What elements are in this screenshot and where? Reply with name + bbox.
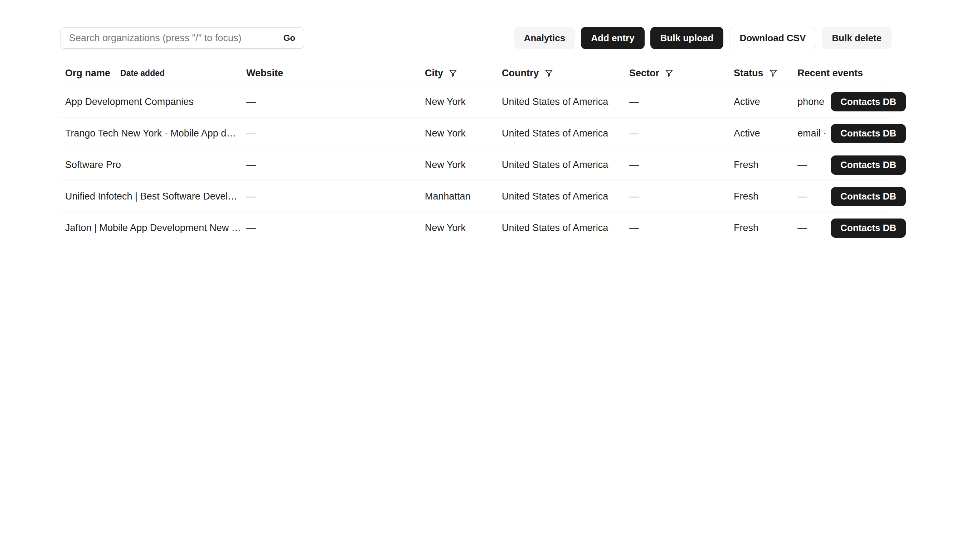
toolbar-actions: Analytics Add entry Bulk upload Download… <box>514 27 892 49</box>
city-filter-icon[interactable] <box>448 69 458 78</box>
table-row: App Development Companies — New York Uni… <box>60 86 892 118</box>
contacts-db-button[interactable]: Contacts DB <box>831 124 906 143</box>
city-header-label: City <box>425 68 443 79</box>
search-go-button[interactable]: Go <box>279 33 304 43</box>
topbar: Go Analytics Add entry Bulk upload Downl… <box>60 27 892 49</box>
organizations-page: Go Analytics Add entry Bulk upload Downl… <box>0 0 892 244</box>
table-header-row: Org name Date added Website City Country… <box>60 61 892 86</box>
recent-events-cell: phone <box>792 96 826 107</box>
analytics-button[interactable]: Analytics <box>514 27 576 49</box>
org-name-header-label: Org name <box>65 68 110 79</box>
search-box: Go <box>60 27 304 49</box>
download-csv-button[interactable]: Download CSV <box>729 27 816 49</box>
contacts-db-button[interactable]: Contacts DB <box>831 155 906 175</box>
recent-events-header-label: Recent events <box>797 68 863 79</box>
recent-events-cell: — <box>792 191 826 202</box>
column-header-recent-events: Recent events <box>792 68 892 79</box>
org-name-cell: App Development Companies <box>60 96 241 107</box>
city-cell: New York <box>420 128 497 139</box>
action-cell: Contacts DB <box>826 155 911 175</box>
sector-cell: — <box>624 96 729 107</box>
website-cell: — <box>241 128 420 139</box>
city-cell: New York <box>420 96 497 107</box>
table-row: Trango Tech New York - Mobile App dev… —… <box>60 118 892 149</box>
city-cell: New York <box>420 222 497 233</box>
status-cell: Active <box>729 96 792 107</box>
org-name-cell: Software Pro <box>60 160 241 171</box>
action-cell: Contacts DB <box>826 187 911 206</box>
add-entry-button[interactable]: Add entry <box>581 27 644 49</box>
contacts-db-button[interactable]: Contacts DB <box>831 219 906 238</box>
sector-cell: — <box>624 222 729 233</box>
date-added-sort-control[interactable]: Date added <box>120 69 165 78</box>
sector-cell: — <box>624 191 729 202</box>
org-name-cell: Unified Infotech | Best Software Develop… <box>60 191 241 202</box>
status-header-label: Status <box>734 68 764 79</box>
sector-filter-icon[interactable] <box>664 69 674 78</box>
column-header-sector: Sector <box>624 68 729 79</box>
org-name-cell: Jafton | Mobile App Development New Y… <box>60 222 241 233</box>
country-cell: United States of America <box>497 128 624 139</box>
action-cell: Contacts DB <box>826 92 911 112</box>
table-row: Software Pro — New York United States of… <box>60 149 892 180</box>
contacts-db-button[interactable]: Contacts DB <box>831 187 906 206</box>
status-cell: Active <box>729 128 792 139</box>
status-cell: Fresh <box>729 191 792 202</box>
country-cell: United States of America <box>497 222 624 233</box>
sector-cell: — <box>624 128 729 139</box>
bulk-delete-button[interactable]: Bulk delete <box>822 27 892 49</box>
column-header-status: Status <box>729 68 792 79</box>
website-header-label: Website <box>246 68 283 79</box>
recent-events-cell: — <box>792 222 826 233</box>
search-input[interactable] <box>60 27 279 48</box>
status-cell: Fresh <box>729 222 792 233</box>
recent-events-cell: email · <box>792 128 826 139</box>
website-cell: — <box>241 222 420 233</box>
recent-events-cell: — <box>792 160 826 171</box>
action-cell: Contacts DB <box>826 219 911 238</box>
organizations-table: Org name Date added Website City Country… <box>60 61 892 244</box>
country-filter-icon[interactable] <box>544 69 554 78</box>
status-filter-icon[interactable] <box>768 69 778 78</box>
country-cell: United States of America <box>497 160 624 171</box>
table-row: Unified Infotech | Best Software Develop… <box>60 180 892 212</box>
column-header-city: City <box>420 68 497 79</box>
country-header-label: Country <box>502 68 539 79</box>
column-header-org-name: Org name Date added <box>60 68 241 79</box>
status-cell: Fresh <box>729 160 792 171</box>
city-cell: Manhattan <box>420 191 497 202</box>
column-header-country: Country <box>497 68 624 79</box>
sector-cell: — <box>624 160 729 171</box>
city-cell: New York <box>420 160 497 171</box>
contacts-db-button[interactable]: Contacts DB <box>831 92 906 112</box>
country-cell: United States of America <box>497 96 624 107</box>
website-cell: — <box>241 191 420 202</box>
org-name-cell: Trango Tech New York - Mobile App dev… <box>60 128 241 139</box>
country-cell: United States of America <box>497 191 624 202</box>
table-row: Jafton | Mobile App Development New Y… —… <box>60 212 892 244</box>
website-cell: — <box>241 160 420 171</box>
sector-header-label: Sector <box>629 68 659 79</box>
website-cell: — <box>241 96 420 107</box>
action-cell: Contacts DB <box>826 124 911 143</box>
bulk-upload-button[interactable]: Bulk upload <box>650 27 724 49</box>
column-header-website: Website <box>241 68 420 79</box>
